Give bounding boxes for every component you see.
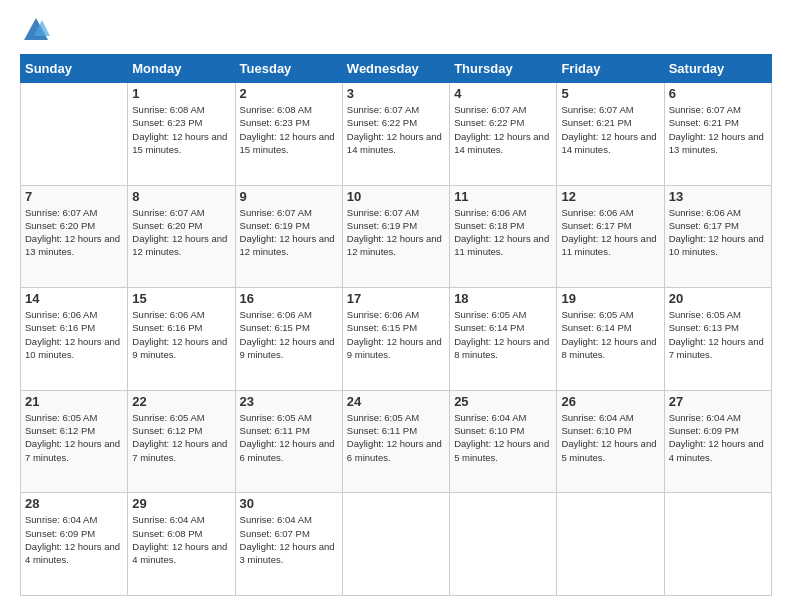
- col-monday: Monday: [128, 55, 235, 83]
- table-row: 26Sunrise: 6:04 AMSunset: 6:10 PMDayligh…: [557, 390, 664, 493]
- day-number: 5: [561, 86, 659, 101]
- calendar-week-row: 28Sunrise: 6:04 AMSunset: 6:09 PMDayligh…: [21, 493, 772, 596]
- cell-info: Sunrise: 6:07 AMSunset: 6:21 PMDaylight:…: [561, 103, 659, 156]
- table-row: 28Sunrise: 6:04 AMSunset: 6:09 PMDayligh…: [21, 493, 128, 596]
- table-row: 24Sunrise: 6:05 AMSunset: 6:11 PMDayligh…: [342, 390, 449, 493]
- cell-info: Sunrise: 6:06 AMSunset: 6:17 PMDaylight:…: [669, 206, 767, 259]
- day-number: 27: [669, 394, 767, 409]
- table-row: 1Sunrise: 6:08 AMSunset: 6:23 PMDaylight…: [128, 83, 235, 186]
- table-row: [557, 493, 664, 596]
- table-row: 5Sunrise: 6:07 AMSunset: 6:21 PMDaylight…: [557, 83, 664, 186]
- cell-info: Sunrise: 6:04 AMSunset: 6:09 PMDaylight:…: [25, 513, 123, 566]
- logo-icon: [22, 16, 50, 44]
- table-row: 22Sunrise: 6:05 AMSunset: 6:12 PMDayligh…: [128, 390, 235, 493]
- cell-info: Sunrise: 6:04 AMSunset: 6:10 PMDaylight:…: [561, 411, 659, 464]
- day-number: 26: [561, 394, 659, 409]
- cell-info: Sunrise: 6:05 AMSunset: 6:11 PMDaylight:…: [240, 411, 338, 464]
- calendar-header-row: Sunday Monday Tuesday Wednesday Thursday…: [21, 55, 772, 83]
- page: Sunday Monday Tuesday Wednesday Thursday…: [0, 0, 792, 612]
- col-wednesday: Wednesday: [342, 55, 449, 83]
- day-number: 21: [25, 394, 123, 409]
- day-number: 7: [25, 189, 123, 204]
- day-number: 8: [132, 189, 230, 204]
- table-row: 18Sunrise: 6:05 AMSunset: 6:14 PMDayligh…: [450, 288, 557, 391]
- cell-info: Sunrise: 6:05 AMSunset: 6:12 PMDaylight:…: [132, 411, 230, 464]
- table-row: [664, 493, 771, 596]
- cell-info: Sunrise: 6:06 AMSunset: 6:16 PMDaylight:…: [132, 308, 230, 361]
- table-row: 30Sunrise: 6:04 AMSunset: 6:07 PMDayligh…: [235, 493, 342, 596]
- cell-info: Sunrise: 6:04 AMSunset: 6:08 PMDaylight:…: [132, 513, 230, 566]
- cell-info: Sunrise: 6:04 AMSunset: 6:09 PMDaylight:…: [669, 411, 767, 464]
- day-number: 1: [132, 86, 230, 101]
- day-number: 2: [240, 86, 338, 101]
- day-number: 24: [347, 394, 445, 409]
- cell-info: Sunrise: 6:04 AMSunset: 6:10 PMDaylight:…: [454, 411, 552, 464]
- col-friday: Friday: [557, 55, 664, 83]
- day-number: 20: [669, 291, 767, 306]
- table-row: 6Sunrise: 6:07 AMSunset: 6:21 PMDaylight…: [664, 83, 771, 186]
- table-row: 4Sunrise: 6:07 AMSunset: 6:22 PMDaylight…: [450, 83, 557, 186]
- cell-info: Sunrise: 6:06 AMSunset: 6:16 PMDaylight:…: [25, 308, 123, 361]
- table-row: 14Sunrise: 6:06 AMSunset: 6:16 PMDayligh…: [21, 288, 128, 391]
- day-number: 15: [132, 291, 230, 306]
- table-row: 8Sunrise: 6:07 AMSunset: 6:20 PMDaylight…: [128, 185, 235, 288]
- table-row: [342, 493, 449, 596]
- cell-info: Sunrise: 6:05 AMSunset: 6:13 PMDaylight:…: [669, 308, 767, 361]
- day-number: 3: [347, 86, 445, 101]
- col-sunday: Sunday: [21, 55, 128, 83]
- calendar-week-row: 14Sunrise: 6:06 AMSunset: 6:16 PMDayligh…: [21, 288, 772, 391]
- col-thursday: Thursday: [450, 55, 557, 83]
- table-row: 15Sunrise: 6:06 AMSunset: 6:16 PMDayligh…: [128, 288, 235, 391]
- table-row: 13Sunrise: 6:06 AMSunset: 6:17 PMDayligh…: [664, 185, 771, 288]
- day-number: 14: [25, 291, 123, 306]
- table-row: 2Sunrise: 6:08 AMSunset: 6:23 PMDaylight…: [235, 83, 342, 186]
- cell-info: Sunrise: 6:07 AMSunset: 6:21 PMDaylight:…: [669, 103, 767, 156]
- cell-info: Sunrise: 6:07 AMSunset: 6:20 PMDaylight:…: [132, 206, 230, 259]
- day-number: 28: [25, 496, 123, 511]
- cell-info: Sunrise: 6:08 AMSunset: 6:23 PMDaylight:…: [132, 103, 230, 156]
- cell-info: Sunrise: 6:08 AMSunset: 6:23 PMDaylight:…: [240, 103, 338, 156]
- day-number: 19: [561, 291, 659, 306]
- calendar-week-row: 7Sunrise: 6:07 AMSunset: 6:20 PMDaylight…: [21, 185, 772, 288]
- cell-info: Sunrise: 6:05 AMSunset: 6:11 PMDaylight:…: [347, 411, 445, 464]
- cell-info: Sunrise: 6:06 AMSunset: 6:15 PMDaylight:…: [347, 308, 445, 361]
- cell-info: Sunrise: 6:05 AMSunset: 6:14 PMDaylight:…: [454, 308, 552, 361]
- cell-info: Sunrise: 6:07 AMSunset: 6:19 PMDaylight:…: [347, 206, 445, 259]
- day-number: 22: [132, 394, 230, 409]
- table-row: 17Sunrise: 6:06 AMSunset: 6:15 PMDayligh…: [342, 288, 449, 391]
- table-row: 20Sunrise: 6:05 AMSunset: 6:13 PMDayligh…: [664, 288, 771, 391]
- table-row: 16Sunrise: 6:06 AMSunset: 6:15 PMDayligh…: [235, 288, 342, 391]
- table-row: 21Sunrise: 6:05 AMSunset: 6:12 PMDayligh…: [21, 390, 128, 493]
- cell-info: Sunrise: 6:04 AMSunset: 6:07 PMDaylight:…: [240, 513, 338, 566]
- day-number: 29: [132, 496, 230, 511]
- header: [20, 16, 772, 44]
- cell-info: Sunrise: 6:05 AMSunset: 6:12 PMDaylight:…: [25, 411, 123, 464]
- day-number: 30: [240, 496, 338, 511]
- table-row: [450, 493, 557, 596]
- cell-info: Sunrise: 6:06 AMSunset: 6:18 PMDaylight:…: [454, 206, 552, 259]
- day-number: 12: [561, 189, 659, 204]
- day-number: 13: [669, 189, 767, 204]
- col-saturday: Saturday: [664, 55, 771, 83]
- day-number: 16: [240, 291, 338, 306]
- day-number: 18: [454, 291, 552, 306]
- calendar-week-row: 21Sunrise: 6:05 AMSunset: 6:12 PMDayligh…: [21, 390, 772, 493]
- logo: [20, 16, 50, 44]
- calendar-table: Sunday Monday Tuesday Wednesday Thursday…: [20, 54, 772, 596]
- day-number: 9: [240, 189, 338, 204]
- day-number: 17: [347, 291, 445, 306]
- table-row: 11Sunrise: 6:06 AMSunset: 6:18 PMDayligh…: [450, 185, 557, 288]
- cell-info: Sunrise: 6:07 AMSunset: 6:19 PMDaylight:…: [240, 206, 338, 259]
- day-number: 11: [454, 189, 552, 204]
- cell-info: Sunrise: 6:05 AMSunset: 6:14 PMDaylight:…: [561, 308, 659, 361]
- day-number: 6: [669, 86, 767, 101]
- table-row: 12Sunrise: 6:06 AMSunset: 6:17 PMDayligh…: [557, 185, 664, 288]
- table-row: 29Sunrise: 6:04 AMSunset: 6:08 PMDayligh…: [128, 493, 235, 596]
- table-row: 25Sunrise: 6:04 AMSunset: 6:10 PMDayligh…: [450, 390, 557, 493]
- day-number: 10: [347, 189, 445, 204]
- table-row: 10Sunrise: 6:07 AMSunset: 6:19 PMDayligh…: [342, 185, 449, 288]
- cell-info: Sunrise: 6:07 AMSunset: 6:22 PMDaylight:…: [454, 103, 552, 156]
- table-row: [21, 83, 128, 186]
- cell-info: Sunrise: 6:07 AMSunset: 6:20 PMDaylight:…: [25, 206, 123, 259]
- table-row: 27Sunrise: 6:04 AMSunset: 6:09 PMDayligh…: [664, 390, 771, 493]
